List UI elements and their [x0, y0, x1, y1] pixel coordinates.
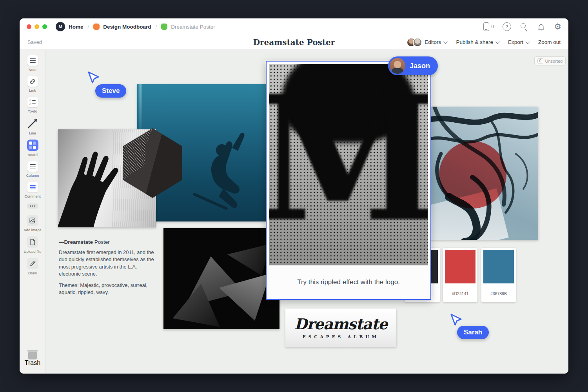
red-circle-overlay — [439, 141, 506, 209]
close-window-button[interactable] — [27, 24, 31, 29]
halftone-letter-m: M — [269, 73, 428, 245]
arrow-line-icon — [27, 118, 38, 129]
tool-label: To-do — [28, 109, 37, 113]
tool-label: Draw — [28, 271, 37, 275]
bell-icon[interactable] — [537, 23, 545, 31]
breadcrumb: M Home / Design Moodboard / Dreamstate P… — [56, 22, 215, 31]
saved-status: Saved — [27, 39, 42, 45]
card-caption[interactable]: Try this rippled effect with the logo. — [267, 265, 430, 299]
tool-note[interactable]: Note — [27, 55, 38, 72]
unsorted-badge[interactable]: 0 Unsorted — [534, 56, 566, 65]
hex-label: #36789B — [481, 285, 516, 302]
phone-icon — [483, 22, 489, 31]
comment-icon — [27, 182, 38, 192]
zoom-window-button[interactable] — [42, 24, 47, 29]
zoom-out-button[interactable]: Zoom out — [538, 39, 561, 45]
unsorted-label: Unsorted — [545, 59, 563, 64]
trash-target[interactable]: Trash — [20, 350, 45, 367]
column-icon — [27, 161, 38, 172]
gear-icon[interactable]: ⚙ — [554, 23, 561, 31]
breadcrumb-separator: / — [88, 24, 89, 30]
tool-line[interactable]: Line — [27, 118, 38, 135]
dreamstate-logo-card[interactable]: Dreamstate ESCAPES ALBUM — [285, 309, 396, 347]
halftone-poster-card-selected[interactable]: M Try this rippled effect with the logo. — [266, 61, 431, 300]
pencil-icon — [27, 258, 38, 269]
board-canvas[interactable]: 0 Unsorted — [46, 50, 568, 374]
upload-file-icon — [27, 236, 38, 248]
editors-dropdown[interactable]: Editors — [407, 38, 446, 47]
add-image-icon — [27, 215, 38, 226]
tool-todo[interactable]: ✓ ✓ To-do — [27, 97, 38, 113]
breadcrumb-home[interactable]: Home — [69, 24, 83, 30]
editor-avatars — [407, 38, 422, 47]
jason-avatar — [390, 58, 405, 74]
app-logo-icon[interactable]: M — [56, 22, 65, 31]
device-count: 0 — [491, 24, 494, 29]
app-window: M Home / Design Moodboard / Dreamstate P… — [20, 18, 568, 374]
woman-photo-card[interactable] — [425, 107, 538, 240]
page-icon — [161, 24, 167, 30]
trash-icon — [28, 352, 37, 359]
steve-cursor-label: Steve — [95, 84, 126, 98]
note-paragraph: Dreamstate first emerged in 2011, and th… — [59, 249, 154, 278]
note-text-card[interactable]: —Dreamstate Poster Dreamstate first emer… — [59, 239, 154, 300]
page-title[interactable]: Dreamstate Poster — [253, 38, 335, 47]
steve-cursor-icon — [87, 71, 99, 85]
minimize-window-button[interactable] — [34, 24, 39, 29]
export-dropdown[interactable]: Export — [508, 39, 529, 45]
jason-name: Jason — [410, 62, 430, 70]
hex-label: #D24141 — [443, 285, 477, 302]
tool-label: Comment — [24, 194, 40, 198]
trash-icon — [27, 350, 38, 352]
tool-column[interactable]: Column — [26, 161, 39, 178]
breadcrumb-board[interactable]: Design Moodboard — [103, 24, 151, 30]
tool-upload-file[interactable]: Upload file — [24, 236, 42, 254]
logo-subtitle: ESCAPES ALBUM — [303, 334, 379, 339]
tool-label: Trash — [25, 359, 40, 367]
help-icon[interactable]: ? — [503, 22, 511, 31]
board-icon — [93, 24, 100, 30]
tool-label: Note — [29, 67, 36, 72]
tool-draw[interactable]: Draw — [27, 258, 38, 275]
publish-share-label: Publish & share — [456, 39, 493, 45]
breadcrumb-separator: / — [156, 24, 157, 30]
color-swatch-card[interactable]: #D24141 — [443, 248, 477, 302]
sarah-cursor-icon — [450, 314, 462, 327]
board-tool-icon — [27, 140, 38, 151]
tool-sidebar: Note Link ✓ ✓ To-do — [20, 50, 46, 374]
page-header: Saved Dreamstate Poster Editors Publish … — [20, 35, 568, 50]
tool-board-selected[interactable]: Board — [27, 140, 38, 157]
device-sync-button[interactable]: 0 — [483, 22, 494, 31]
more-tools-button[interactable] — [27, 203, 38, 209]
note-paragraph: Themes: Majestic, provocative, surreal, … — [59, 282, 154, 296]
publish-share-dropdown[interactable]: Publish & share — [456, 39, 499, 45]
search-icon[interactable] — [520, 22, 528, 31]
note-heading: —Dreamstate Poster — [59, 239, 154, 245]
tool-label: Board — [27, 152, 37, 157]
geometric-photo-card[interactable] — [163, 228, 279, 329]
todo-icon: ✓ ✓ — [27, 97, 38, 107]
sarah-cursor-label: Sarah — [457, 326, 489, 339]
chevron-down-icon — [495, 39, 500, 44]
chevron-down-icon — [443, 39, 448, 44]
logo-title: Dreamstate — [294, 317, 387, 332]
window-controls — [27, 24, 47, 29]
tool-comment[interactable]: Comment — [24, 182, 40, 198]
color-swatch-card[interactable]: #36789B — [481, 248, 516, 302]
tool-label: Column — [26, 173, 39, 178]
note-icon — [27, 55, 38, 66]
tool-label: Line — [29, 131, 36, 135]
export-label: Export — [508, 39, 523, 45]
tool-link[interactable]: Link — [27, 76, 38, 93]
color-chip — [445, 250, 475, 283]
color-chip — [483, 250, 514, 283]
tool-add-image[interactable]: Add image — [24, 215, 41, 232]
halftone-image: M — [269, 64, 428, 265]
tool-label: Link — [29, 88, 36, 93]
editors-label: Editors — [425, 39, 441, 45]
diver-silhouette — [186, 127, 264, 221]
jason-presence-label: Jason — [388, 56, 438, 75]
link-icon — [27, 76, 38, 87]
breadcrumb-page: Dreamstate Poster — [171, 24, 215, 30]
title-bar: M Home / Design Moodboard / Dreamstate P… — [20, 18, 568, 35]
